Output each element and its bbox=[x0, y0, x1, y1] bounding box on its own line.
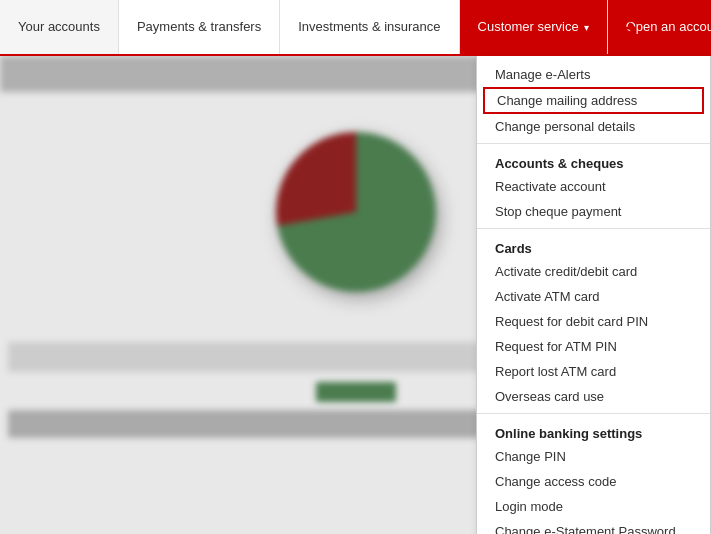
menu-item-change-mailing-address[interactable]: Change mailing address bbox=[483, 87, 704, 114]
nav-investments[interactable]: Investments & insurance bbox=[280, 0, 459, 54]
menu-item-change-estatement-password[interactable]: Change e-Statement Password bbox=[477, 519, 710, 534]
navbar: Your accounts Payments & transfers Inves… bbox=[0, 0, 711, 56]
nav-open-account[interactable]: Open an account bbox=[608, 0, 711, 54]
nav-open-account-label: Open an account bbox=[626, 19, 711, 36]
section-header-cards: Cards bbox=[477, 233, 710, 259]
menu-item-overseas-card[interactable]: Overseas card use bbox=[477, 384, 710, 409]
divider-3 bbox=[477, 413, 710, 414]
nav-customer-service-label: Customer service bbox=[478, 19, 579, 36]
nav-your-accounts[interactable]: Your accounts bbox=[0, 0, 119, 54]
pie-chart bbox=[276, 132, 436, 292]
menu-item-login-mode[interactable]: Login mode bbox=[477, 494, 710, 519]
chevron-down-icon: ▾ bbox=[584, 21, 589, 34]
menu-item-reactivate-account[interactable]: Reactivate account bbox=[477, 174, 710, 199]
nav-payments-transfers[interactable]: Payments & transfers bbox=[119, 0, 280, 54]
menu-item-report-lost-atm[interactable]: Report lost ATM card bbox=[477, 359, 710, 384]
menu-item-request-atm-pin[interactable]: Request for ATM PIN bbox=[477, 334, 710, 359]
menu-item-request-debit-pin[interactable]: Request for debit card PIN bbox=[477, 309, 710, 334]
menu-item-change-pin[interactable]: Change PIN bbox=[477, 444, 710, 469]
menu-item-activate-credit-debit[interactable]: Activate credit/debit card bbox=[477, 259, 710, 284]
divider-1 bbox=[477, 143, 710, 144]
menu-item-stop-cheque[interactable]: Stop cheque payment bbox=[477, 199, 710, 224]
divider-2 bbox=[477, 228, 710, 229]
section-header-accounts-cheques: Accounts & cheques bbox=[477, 148, 710, 174]
menu-item-change-access-code[interactable]: Change access code bbox=[477, 469, 710, 494]
menu-item-change-personal-details[interactable]: Change personal details bbox=[477, 114, 710, 139]
nav-investments-label: Investments & insurance bbox=[298, 19, 440, 36]
dropdown-menu: Manage e-Alerts Change mailing address C… bbox=[476, 56, 711, 534]
nav-your-accounts-label: Your accounts bbox=[18, 19, 100, 36]
main-content: Manage e-Alerts Change mailing address C… bbox=[0, 56, 711, 534]
menu-item-activate-atm[interactable]: Activate ATM card bbox=[477, 284, 710, 309]
menu-item-manage-ealerts[interactable]: Manage e-Alerts bbox=[477, 62, 710, 87]
nav-payments-label: Payments & transfers bbox=[137, 19, 261, 36]
blurred-bottom-bar2 bbox=[316, 382, 396, 402]
section-header-online-banking: Online banking settings bbox=[477, 418, 710, 444]
nav-customer-service[interactable]: Customer service ▾ ➜ bbox=[460, 0, 608, 54]
